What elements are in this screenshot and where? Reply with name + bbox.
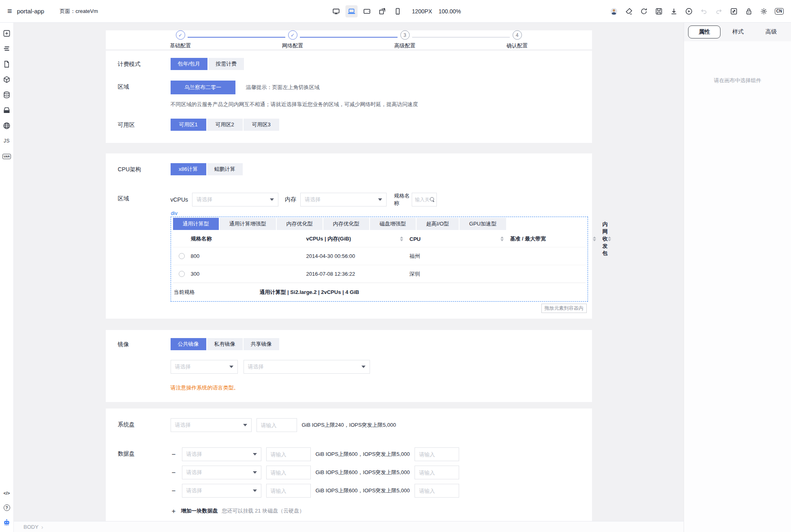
step-basic[interactable]: ✓ 基础配置 <box>124 30 237 49</box>
laptop-view-icon[interactable] <box>345 5 357 17</box>
data-source-icon[interactable] <box>3 91 11 99</box>
region-row: 区域 乌兰察布二零一 温馨提示：页面左上角切换区域 不同区域的云服务产品之间内网… <box>106 81 592 108</box>
x86-button[interactable]: x86计算 <box>171 163 206 175</box>
settings-gear-icon[interactable] <box>760 7 768 15</box>
data-disk-iops-hint: GiB IOPS上限600，IOPS突发上限5,000 <box>316 451 410 458</box>
system-disk-size-input[interactable] <box>257 418 297 432</box>
radio-button[interactable] <box>179 271 185 277</box>
source-code-icon[interactable]: </> <box>3 489 11 497</box>
data-disk-type-select[interactable]: 请选择 <box>182 447 261 461</box>
outline-tree-icon[interactable] <box>3 45 11 53</box>
pages-icon[interactable] <box>3 60 11 68</box>
step-confirm[interactable]: 4 确认配置 <box>461 30 573 49</box>
data-disk-item: − 请选择 GiB IOPS上限600，IOPS突发上限5,000 <box>171 466 588 479</box>
download-icon[interactable] <box>670 7 678 15</box>
add-component-icon[interactable] <box>3 29 11 37</box>
flavor-tab-gpu[interactable]: GPU加速型 <box>460 218 506 230</box>
add-disk-label[interactable]: 增加一块数据盘 <box>181 507 218 515</box>
app-root: ≡ portal-app 页面：createVm 1200PX 100.00% <box>0 0 791 532</box>
vcpus-select[interactable]: 请选择 <box>192 193 278 206</box>
radio-button[interactable] <box>179 253 185 259</box>
selected-div-dropzone[interactable]: 通用计算型 通用计算增强型 内存优化型 内存优化型 磁盘增强型 超高I/O型 G… <box>171 217 588 302</box>
remove-disk-icon[interactable]: − <box>171 487 177 494</box>
table-row[interactable]: 800 2014-04-30 00:56:00 福州 <box>173 247 586 265</box>
variables-panel-icon[interactable]: VAR <box>3 152 11 160</box>
hamburger-menu-icon[interactable]: ≡ <box>7 6 12 16</box>
assistant-robot-icon[interactable] <box>3 518 11 526</box>
preview-play-icon[interactable] <box>685 7 693 15</box>
memory-select[interactable]: 请选择 <box>300 193 387 206</box>
fullscreen-icon[interactable] <box>730 7 738 15</box>
az1-button[interactable]: 可用区1 <box>171 119 206 131</box>
billing-yearly-button[interactable]: 包年/包月 <box>171 58 208 70</box>
js-panel-icon[interactable]: JS <box>3 137 11 145</box>
clear-canvas-icon[interactable] <box>625 7 633 15</box>
tab-advanced[interactable]: 高级 <box>755 26 787 38</box>
step-network[interactable]: ✓ 网络配置 <box>237 30 349 49</box>
components-cube-icon[interactable] <box>3 75 11 83</box>
remove-disk-icon[interactable]: − <box>171 469 177 476</box>
flavor-tab-memory-2[interactable]: 内存优化型 <box>323 218 369 230</box>
table-row[interactable]: 300 2016-07-08 12:36:22 深圳 <box>173 265 586 283</box>
billing-ondemand-button[interactable]: 按需计费 <box>208 58 244 70</box>
step-advanced[interactable]: 3 高级配置 <box>349 30 461 49</box>
sort-icon[interactable] <box>608 236 611 241</box>
az2-button[interactable]: 可用区2 <box>207 119 243 131</box>
private-image-button[interactable]: 私有镜像 <box>207 338 243 350</box>
data-disk-size-input[interactable] <box>266 447 311 461</box>
search-icon <box>430 197 435 202</box>
refresh-icon[interactable] <box>640 7 648 15</box>
language-toggle[interactable]: CN <box>775 8 784 15</box>
data-disk-item: − 请选择 GiB IOPS上限600，IOPS突发上限5,000 <box>171 484 588 498</box>
sort-icon[interactable] <box>593 236 596 241</box>
add-disk-icon[interactable]: + <box>171 508 177 515</box>
data-disk-extra-input[interactable] <box>415 484 459 498</box>
lock-icon[interactable] <box>745 7 753 15</box>
shared-image-button[interactable]: 共享镜像 <box>244 338 279 350</box>
user-avatar[interactable] <box>610 7 618 15</box>
tab-styles[interactable]: 样式 <box>722 26 754 38</box>
flavor-name-search[interactable] <box>412 193 437 206</box>
data-disk-size-input[interactable] <box>266 484 311 498</box>
sort-icon[interactable] <box>400 236 403 241</box>
az3-button[interactable]: 可用区3 <box>244 119 279 131</box>
kunpeng-button[interactable]: 鲲鹏计算 <box>207 163 243 175</box>
region-button[interactable]: 乌兰察布二零一 <box>171 81 235 94</box>
tablet-view-icon[interactable] <box>361 5 373 17</box>
flavor-tab-disk[interactable]: 磁盘增强型 <box>370 218 416 230</box>
undo-icon[interactable] <box>700 7 708 15</box>
tab-properties[interactable]: 属性 <box>688 26 720 38</box>
help-icon[interactable]: ? <box>3 504 11 512</box>
data-disk-type-select[interactable]: 请选择 <box>182 484 261 498</box>
redo-icon[interactable] <box>715 7 723 15</box>
image-version-select[interactable]: 请选择 <box>244 360 370 374</box>
system-disk-iops-hint: GiB IOPS上限240，IOPS突发上限5,000 <box>302 421 396 429</box>
save-icon[interactable] <box>655 7 663 15</box>
system-disk-type-select[interactable]: 请选择 <box>171 418 252 432</box>
public-image-button[interactable]: 公共镜像 <box>171 338 206 350</box>
data-disk-type-select[interactable]: 请选择 <box>182 466 261 479</box>
flavor-type-tabs: 通用计算型 通用计算增强型 内存优化型 内存优化型 磁盘增强型 超高I/O型 G… <box>173 218 586 230</box>
selected-element-tag[interactable]: div <box>171 210 588 216</box>
chevron-down-icon <box>361 366 366 368</box>
remove-disk-icon[interactable]: − <box>171 451 177 458</box>
desktop-view-icon[interactable] <box>330 5 342 17</box>
data-disk-extra-input[interactable] <box>415 466 459 479</box>
step-check-icon: ✓ <box>176 30 185 40</box>
breadcrumb-body[interactable]: BODY <box>24 524 38 530</box>
flavor-tab-io[interactable]: 超高I/O型 <box>417 218 459 230</box>
data-disk-extra-input[interactable] <box>415 447 459 461</box>
rotate-device-icon[interactable] <box>376 5 388 17</box>
image-os-select[interactable]: 请选择 <box>171 360 238 374</box>
sort-icon[interactable] <box>500 236 504 241</box>
flavor-tab-general[interactable]: 通用计算型 <box>173 218 219 230</box>
col-bandwidth: 基准 / 最大带宽 <box>510 235 603 243</box>
phone-view-icon[interactable] <box>391 5 404 17</box>
i18n-globe-icon[interactable] <box>3 121 11 130</box>
flavor-name-search-input[interactable] <box>415 197 430 202</box>
flavor-tab-memory-1[interactable]: 内存优化型 <box>277 218 323 230</box>
data-disk-size-input[interactable] <box>266 466 311 479</box>
steps-wizard: ✓ 基础配置 ✓ 网络配置 3 高级配置 <box>106 30 592 49</box>
resource-drive-icon[interactable] <box>3 106 11 114</box>
flavor-tab-general-plus[interactable]: 通用计算增强型 <box>220 218 276 230</box>
